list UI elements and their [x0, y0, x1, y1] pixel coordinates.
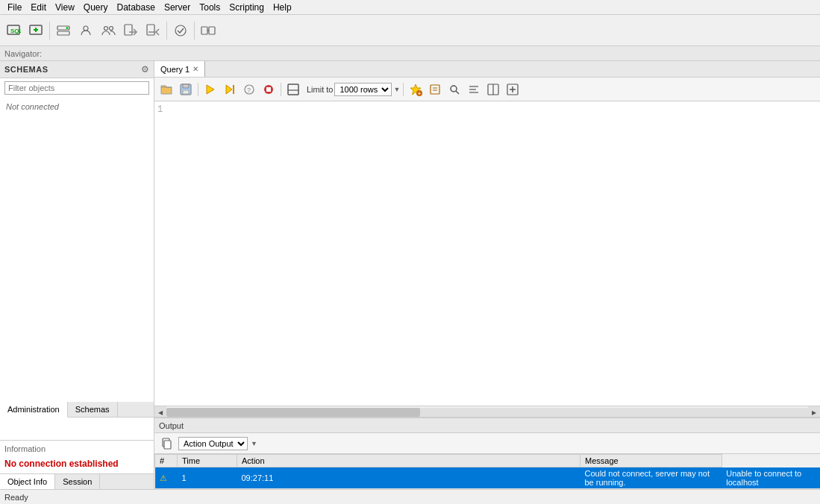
users-button[interactable]	[98, 20, 119, 41]
open-file-button[interactable]	[157, 81, 175, 98]
add-favorite-button[interactable]: +	[407, 81, 425, 98]
svg-rect-11	[125, 25, 132, 35]
scroll-right-icon[interactable]: ▶	[808, 406, 820, 418]
menu-bar: File Edit View Query Database Server Too…	[0, 0, 820, 15]
menu-edit[interactable]: Edit	[26, 1, 51, 14]
output-area: Output Action Output ▼ # Time Action Me	[154, 418, 820, 489]
query-tabs-bar: Query 1 ✕	[154, 61, 820, 78]
migration-button[interactable]	[198, 20, 219, 41]
create-schema-button[interactable]	[25, 20, 46, 41]
limit-rows-select[interactable]: 1000 rows 200 rows 500 rows 2000 rows	[334, 83, 392, 96]
menu-tools[interactable]: Tools	[195, 1, 225, 14]
main-toolbar: SQL	[0, 15, 820, 46]
tab-administration[interactable]: Administration	[0, 402, 68, 418]
svg-point-15	[175, 25, 186, 36]
query-tab-close-icon[interactable]: ✕	[193, 65, 198, 73]
editor-scrollbar[interactable]: ◀ ▶	[154, 406, 820, 418]
output-table: # Time Action Message ⚠ 1 09:27:11 Could…	[154, 454, 820, 489]
svg-point-8	[84, 26, 88, 31]
schemas-settings-icon[interactable]: ⚙	[141, 64, 149, 75]
svg-point-7	[66, 27, 69, 29]
scroll-left-icon[interactable]: ◀	[154, 406, 166, 418]
client-connections-button[interactable]	[75, 20, 96, 41]
output-toolbar: Action Output ▼	[154, 433, 820, 454]
beautify-button[interactable]	[465, 81, 483, 98]
tab-object-info[interactable]: Object Info	[0, 474, 55, 489]
svg-rect-48	[164, 441, 171, 449]
split-button[interactable]	[484, 81, 502, 98]
snippets-button[interactable]	[426, 81, 444, 98]
left-tabs-area: Administration Schemas	[0, 402, 154, 440]
information-label: Information	[0, 442, 154, 456]
status-text: Ready	[4, 493, 28, 502]
save-button[interactable]	[177, 81, 195, 98]
right-panel: Query 1 ✕ ?	[154, 61, 820, 489]
svg-rect-34	[431, 85, 439, 94]
menu-view[interactable]: View	[51, 1, 79, 14]
menu-scripting[interactable]: Scripting	[225, 1, 269, 14]
footer-tab-row: Object Info Session	[0, 474, 154, 489]
svg-point-10	[110, 26, 113, 30]
search-button[interactable]	[445, 81, 463, 98]
left-tab-row: Administration Schemas	[0, 402, 154, 418]
menu-database[interactable]: Database	[113, 1, 160, 14]
toggle-output-button[interactable]	[284, 81, 302, 98]
execute-button[interactable]	[201, 81, 219, 98]
explain-button[interactable]: ?	[240, 81, 258, 98]
table-row[interactable]: ⚠ 1 09:27:11 Could not connect, server m…	[155, 467, 821, 489]
tab-session[interactable]: Session	[55, 474, 100, 489]
row-action: Could not connect, server may not be run…	[580, 467, 722, 489]
filter-objects-input[interactable]	[4, 81, 149, 95]
navigator-label: Navigator:	[4, 49, 42, 58]
menu-server[interactable]: Server	[160, 1, 195, 14]
svg-rect-28	[266, 87, 271, 92]
no-connection-text: No connection established	[0, 456, 154, 472]
tab-content-administration	[0, 418, 154, 440]
separator-1	[49, 22, 50, 40]
status-bar: Ready	[0, 489, 820, 504]
row-time: 09:27:11	[237, 467, 580, 489]
tab-schemas[interactable]: Schemas	[68, 402, 118, 417]
action-output-dropdown-icon: ▼	[251, 440, 257, 447]
menu-file[interactable]: File	[3, 1, 26, 14]
output-copy-button[interactable]	[157, 435, 175, 453]
server-status-button[interactable]	[53, 20, 74, 41]
svg-point-37	[451, 86, 457, 92]
query-tab-1[interactable]: Query 1 ✕	[154, 61, 205, 77]
svg-rect-6	[57, 31, 69, 35]
separator-3	[194, 22, 195, 40]
menu-query[interactable]: Query	[79, 1, 113, 14]
limit-rows-control: Limit to 1000 rows 200 rows 500 rows 200…	[307, 83, 400, 96]
line-number-1: 1	[157, 104, 163, 115]
output-label: Output	[159, 421, 184, 430]
execute-current-button[interactable]	[221, 81, 239, 98]
schemas-header: SCHEMAS ⚙	[0, 61, 154, 78]
schemas-title: SCHEMAS	[4, 65, 48, 74]
db-import-button[interactable]	[143, 20, 163, 41]
svg-text:SQL: SQL	[10, 28, 21, 34]
col-hash: #	[155, 455, 178, 467]
query-editor[interactable]: 1	[154, 101, 820, 406]
svg-marker-22	[207, 85, 214, 94]
svg-line-38	[456, 91, 459, 94]
svg-rect-20	[183, 84, 189, 88]
db-export-button[interactable]	[120, 20, 141, 41]
col-time: Time	[178, 455, 237, 467]
qt-sep-3	[403, 83, 404, 96]
menu-help[interactable]: Help	[269, 1, 296, 14]
stop-button[interactable]	[260, 81, 278, 98]
query-tab-label: Query 1	[160, 65, 190, 74]
col-message: Message	[580, 455, 722, 467]
action-output-select[interactable]: Action Output	[178, 437, 248, 450]
separator-2	[166, 22, 167, 40]
new-connection-button[interactable]: SQL	[3, 20, 24, 41]
workbench-button[interactable]	[170, 20, 191, 41]
svg-rect-17	[209, 27, 215, 34]
new-tab-button[interactable]	[504, 81, 522, 98]
warning-icon: ⚠	[160, 473, 167, 482]
query-toolbar: ? Limit to 1000 rows 200 rows 500 rows 2…	[154, 78, 820, 101]
svg-rect-29	[288, 84, 298, 95]
svg-rect-16	[201, 27, 207, 34]
information-area: Information No connection established	[0, 440, 154, 473]
svg-text:+: +	[418, 91, 421, 96]
